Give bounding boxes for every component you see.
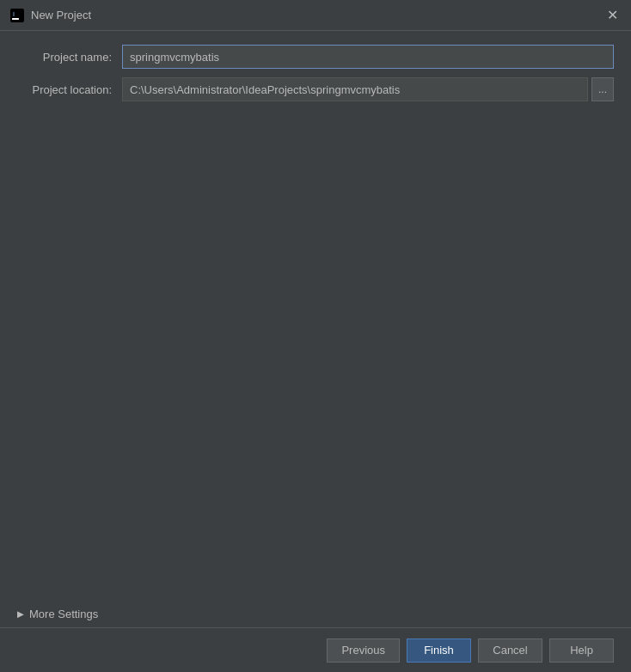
finish-button[interactable]: Finish <box>407 638 471 663</box>
idea-icon: I <box>10 9 24 22</box>
browse-button[interactable]: ... <box>591 77 614 101</box>
title-bar-left: I New Project <box>10 9 91 22</box>
svg-rect-1 <box>12 18 19 20</box>
location-input-wrapper: ... <box>122 77 614 101</box>
dialog-footer: Previous Finish Cancel Help <box>0 627 631 672</box>
title-bar: I New Project ✕ <box>0 0 631 31</box>
dialog-title: New Project <box>31 9 91 21</box>
project-name-input[interactable] <box>122 45 614 69</box>
more-settings-section: ► More Settings <box>0 601 631 627</box>
close-button[interactable]: ✕ <box>603 7 621 24</box>
svg-text:I: I <box>13 11 15 17</box>
more-settings-toggle[interactable]: ► More Settings <box>17 608 98 620</box>
previous-button[interactable]: Previous <box>327 638 400 663</box>
more-settings-label: More Settings <box>29 608 98 620</box>
cancel-button[interactable]: Cancel <box>478 638 542 663</box>
content-spacer <box>17 110 614 587</box>
project-location-input[interactable] <box>122 77 588 101</box>
new-project-dialog: I New Project ✕ Project name: Project lo… <box>0 0 631 672</box>
project-name-row: Project name: <box>17 45 614 69</box>
project-name-label: Project name: <box>17 51 112 64</box>
triangle-icon: ► <box>17 611 24 618</box>
dialog-content: Project name: Project location: ... <box>0 31 631 601</box>
project-location-label: Project location: <box>17 83 112 96</box>
project-location-row: Project location: ... <box>17 77 614 101</box>
help-button[interactable]: Help <box>549 638 614 663</box>
